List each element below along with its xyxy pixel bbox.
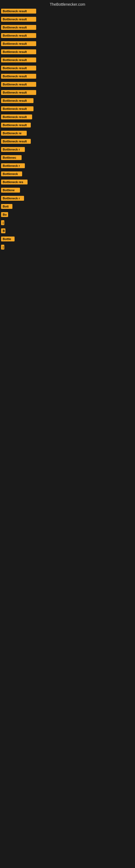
bottleneck-result-bar: Bottleneck result bbox=[1, 115, 32, 119]
bar-row: Bottleneck result bbox=[0, 97, 135, 105]
bottleneck-result-bar: Bottleneck result bbox=[1, 9, 36, 13]
bottleneck-result-bar: B bbox=[1, 228, 5, 233]
bar-row: Bottle bbox=[0, 236, 135, 244]
bar-row: Bottleneck result bbox=[0, 40, 135, 48]
bar-row: Bo bbox=[0, 211, 135, 219]
bottleneck-result-bar: Bottle bbox=[1, 237, 14, 241]
bottleneck-result-bar: Bottleneck res bbox=[1, 180, 28, 184]
bar-row: Bottleneck result bbox=[0, 48, 135, 56]
bar-row: Bottleneck result bbox=[0, 65, 135, 73]
bar-row: Bottleneck result bbox=[0, 113, 135, 122]
bar-row: Bottleneck result bbox=[0, 138, 135, 146]
site-title-container: TheBottlenecker.com bbox=[0, 0, 135, 8]
bottleneck-result-bar: Bottleneck r bbox=[1, 196, 24, 201]
bar-row: | bbox=[0, 244, 135, 252]
bar-row: Bottleneck r bbox=[0, 146, 135, 154]
bottleneck-result-bar: Bottleneck result bbox=[1, 106, 34, 111]
bottleneck-result-bar: Bottleneck result bbox=[1, 98, 34, 103]
bottleneck-result-bar: Bottleneck bbox=[1, 172, 22, 176]
bottleneck-result-bar: Bottleneck result bbox=[1, 33, 36, 38]
bottleneck-result-bar: Bottleneck result bbox=[1, 123, 31, 127]
bottleneck-result-bar: Bottleneck r bbox=[1, 147, 25, 152]
bar-row: Bottleneck r bbox=[0, 195, 135, 203]
bar-row: Bott bbox=[0, 203, 135, 211]
bottleneck-result-bar: Bottleneck re bbox=[1, 131, 27, 135]
bars-list: Bottleneck resultBottleneck resultBottle… bbox=[0, 8, 135, 252]
bar-row: Bottleneck res bbox=[0, 179, 135, 187]
bar-row: Bottleneck result bbox=[0, 32, 135, 40]
bottleneck-result-bar: Bottleneck result bbox=[1, 50, 36, 54]
bottleneck-result-bar: Bottleneck r bbox=[1, 163, 25, 168]
bottleneck-result-bar: Bott bbox=[1, 204, 12, 209]
bar-row: Bottleneck result bbox=[0, 16, 135, 24]
bottleneck-result-bar: Bottleneck result bbox=[1, 82, 36, 87]
bar-row: Bottlenec bbox=[0, 154, 135, 162]
bottleneck-result-bar: Bottleneck result bbox=[1, 139, 31, 144]
bar-row: B bbox=[0, 227, 135, 236]
bottleneck-result-bar: Bottleneck result bbox=[1, 25, 36, 30]
bar-row: Bottleneck result bbox=[0, 122, 135, 130]
bar-row: Bottleneck re bbox=[0, 130, 135, 138]
bar-row: Bottleneck bbox=[0, 170, 135, 179]
bar-row: Bottleneck result bbox=[0, 105, 135, 113]
bar-row: Bottlene bbox=[0, 187, 135, 195]
bottleneck-result-bar: Bo bbox=[1, 212, 8, 217]
bar-row: Bottleneck r bbox=[0, 162, 135, 170]
bar-row: Bottleneck result bbox=[0, 8, 135, 16]
bar-row: Bottleneck result bbox=[0, 89, 135, 97]
bar-row: Bottleneck result bbox=[0, 24, 135, 32]
bottleneck-result-bar: Bottlenec bbox=[1, 155, 21, 160]
bottleneck-result-bar: | bbox=[1, 245, 4, 250]
bottleneck-result-bar: Bottleneck result bbox=[1, 58, 36, 62]
bar-row: | bbox=[0, 219, 135, 227]
bottleneck-result-bar: Bottleneck result bbox=[1, 41, 36, 46]
bottleneck-result-bar: | bbox=[1, 220, 4, 225]
bottleneck-result-bar: Bottleneck result bbox=[1, 90, 36, 95]
bar-row: Bottleneck result bbox=[0, 81, 135, 89]
bar-row: Bottleneck result bbox=[0, 56, 135, 65]
bottleneck-result-bar: Bottleneck result bbox=[1, 17, 36, 22]
bottleneck-result-bar: Bottlene bbox=[1, 188, 20, 193]
site-title: TheBottlenecker.com bbox=[0, 0, 135, 8]
bar-row: Bottleneck result bbox=[0, 73, 135, 81]
bottleneck-result-bar: Bottleneck result bbox=[1, 74, 36, 79]
bottleneck-result-bar: Bottleneck result bbox=[1, 66, 36, 70]
